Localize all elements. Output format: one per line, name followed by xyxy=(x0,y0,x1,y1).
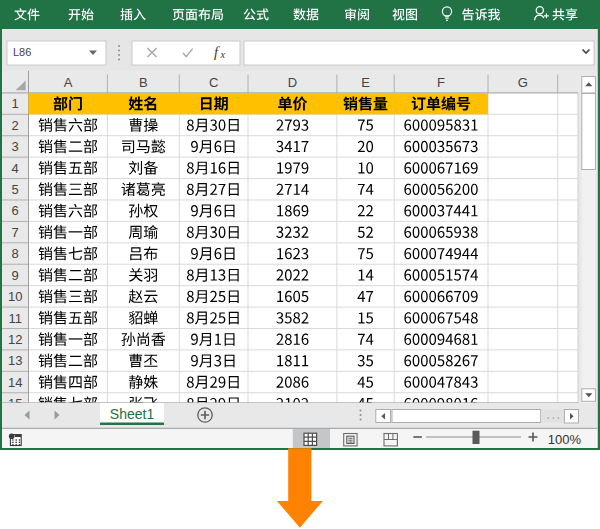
svg-text:8: 8 xyxy=(12,246,19,261)
svg-text:F: F xyxy=(437,75,445,90)
svg-text:5: 5 xyxy=(12,182,19,197)
svg-text:1: 1 xyxy=(12,96,19,111)
svg-text:G: G xyxy=(518,75,528,90)
svg-text:100%: 100% xyxy=(548,432,582,447)
svg-text:13: 13 xyxy=(8,353,22,368)
svg-text:D: D xyxy=(288,75,297,90)
svg-text:11: 11 xyxy=(8,311,22,326)
svg-text:3: 3 xyxy=(12,139,19,154)
svg-text:Sheet1: Sheet1 xyxy=(110,406,155,422)
svg-text:7: 7 xyxy=(12,225,19,240)
svg-text:E: E xyxy=(361,75,370,90)
svg-text:x: x xyxy=(220,49,226,60)
svg-text:10: 10 xyxy=(8,289,22,304)
svg-text:2: 2 xyxy=(12,118,19,133)
svg-text:A: A xyxy=(64,75,73,90)
svg-text:C: C xyxy=(209,75,218,90)
svg-text:B: B xyxy=(139,75,148,90)
svg-text:14: 14 xyxy=(8,375,22,390)
svg-text:L86: L86 xyxy=(13,46,31,58)
svg-text:12: 12 xyxy=(8,332,22,347)
svg-text:4: 4 xyxy=(12,161,19,176)
svg-text:9: 9 xyxy=(12,268,19,283)
svg-text:6: 6 xyxy=(12,203,19,218)
